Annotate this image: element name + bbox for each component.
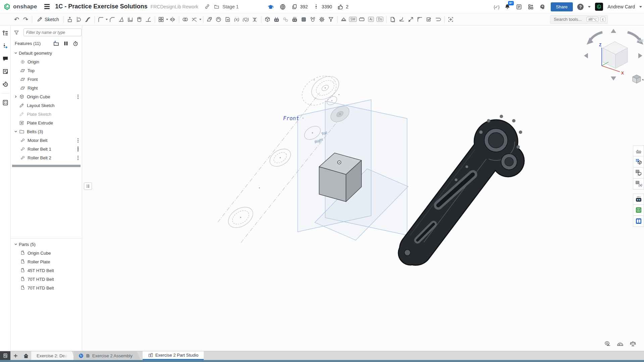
configuration-variables-icon[interactable]: (x) <box>633 178 644 190</box>
tree-item-default-geometry[interactable]: Default geometry <box>11 49 82 57</box>
code-check-icon[interactable]: {✓} <box>494 4 499 9</box>
part-item-70t-htd-belt-1[interactable]: 70T HTD Belt <box>11 275 82 283</box>
overflow-dots-icon[interactable] <box>78 147 79 152</box>
hamburger-menu-icon[interactable] <box>44 4 50 9</box>
help-caret-icon[interactable] <box>588 6 591 8</box>
frame-icon[interactable] <box>357 15 366 24</box>
bom-table-icon[interactable] <box>633 156 644 167</box>
boolean-icon[interactable] <box>181 15 190 24</box>
configurations-icon[interactable] <box>633 167 644 178</box>
tree-item-roller-belt-1[interactable]: Roller Belt 1 <box>11 145 82 153</box>
parts-header[interactable]: Parts (5) <box>11 240 82 249</box>
drawing-pages-icon[interactable] <box>388 15 397 24</box>
share-button[interactable]: Share <box>551 2 573 11</box>
view-cube[interactable]: Top Front Right Z X <box>580 26 643 84</box>
history-stopwatch-icon[interactable] <box>2 81 9 88</box>
viewcube-arrow-right[interactable] <box>638 53 642 58</box>
add-tab-button[interactable] <box>10 351 21 360</box>
draft-icon[interactable] <box>117 15 126 24</box>
stopwatch-icon[interactable] <box>72 41 79 47</box>
hole-icon[interactable] <box>135 15 144 24</box>
flatten-icon[interactable] <box>397 15 406 24</box>
tab-exercise-2-part-studio[interactable]: Exercise 2 Part Studio <box>143 351 204 360</box>
home-button[interactable] <box>21 351 31 360</box>
tree-item-origin-cube[interactable]: Origin Cube <box>11 92 82 101</box>
linked-document-icon[interactable] <box>281 15 290 24</box>
tree-item-belts-folder[interactable]: Belts (3) <box>11 127 82 136</box>
variable-studio-icon[interactable]: (Q) <box>241 15 250 24</box>
mirror-icon[interactable] <box>168 15 177 24</box>
likes-stat[interactable]: 2 <box>337 3 349 10</box>
view-options-button[interactable] <box>633 75 643 83</box>
tree-item-plate-sketch[interactable]: Plate Sketch <box>11 110 82 118</box>
part-item-origin-cube[interactable]: Origin Cube <box>11 249 82 257</box>
onshape-brand[interactable]: onshape <box>3 3 37 10</box>
split-panel-app-icon[interactable] <box>633 216 644 227</box>
release-notes-icon[interactable] <box>515 3 523 10</box>
custom-robot-2-icon[interactable] <box>290 15 299 24</box>
approve-icon[interactable] <box>425 15 434 24</box>
filter-input[interactable] <box>23 29 82 36</box>
search-tools-field[interactable]: alt/⌥ c <box>550 15 608 24</box>
model-viewport[interactable]: Front Right Top <box>83 25 644 351</box>
search-tools-input[interactable] <box>554 17 585 22</box>
finish-icon[interactable] <box>406 15 415 24</box>
learning-head-icon[interactable] <box>539 3 546 10</box>
linear-pattern-icon[interactable] <box>157 15 166 24</box>
solid-block-icon[interactable] <box>299 15 308 24</box>
primitive-cube-icon[interactable] <box>263 15 272 24</box>
part-item-70t-htd-belt-2[interactable]: 70T HTD Belt <box>11 283 82 292</box>
custom-robot-1-icon[interactable] <box>272 15 281 24</box>
chevron-down-icon[interactable] <box>13 129 18 134</box>
viewcube-arrow-up[interactable] <box>611 29 616 33</box>
overflow-dots-icon[interactable] <box>78 95 79 99</box>
pattern-caret-icon[interactable] <box>166 19 168 20</box>
viewcube-arrow-left[interactable] <box>584 53 588 58</box>
globe-icon[interactable] <box>279 3 286 10</box>
revolve-icon[interactable] <box>75 15 84 24</box>
ai-tool-icon[interactable]: Ai <box>366 15 376 24</box>
folder-plus-icon[interactable] <box>53 40 59 47</box>
sheet-metal-icon[interactable]: SM <box>348 15 357 24</box>
tree-item-layout-sketch[interactable]: Layout Sketch <box>11 101 82 110</box>
fillet-icon[interactable] <box>96 15 105 24</box>
origin-marker[interactable] <box>338 161 341 164</box>
chevron-right-icon[interactable] <box>13 94 18 99</box>
avatar[interactable] <box>595 3 603 11</box>
shell-icon[interactable] <box>126 15 135 24</box>
wedge-icon[interactable] <box>339 15 348 24</box>
gear-feature-icon[interactable] <box>317 15 327 24</box>
document-title[interactable]: 1C - Practice Exercise Solutions <box>55 3 147 10</box>
split-caret-icon[interactable] <box>199 19 201 20</box>
user-name[interactable]: Andrew Card <box>607 4 635 9</box>
part-item-roller-plate[interactable]: Roller Plate <box>11 257 82 266</box>
help-icon[interactable]: ? <box>577 4 584 10</box>
tape-measure-icon[interactable] <box>604 340 611 348</box>
protractor-icon[interactable] <box>616 340 624 348</box>
handbook-app-icon[interactable] <box>633 205 644 216</box>
sketch-button[interactable]: Sketch <box>34 15 62 24</box>
tab-exercise-2-design[interactable]: Exercise 2: Dea <box>31 351 76 360</box>
feature-list-flyout-button[interactable] <box>84 183 92 190</box>
overflow-dots-icon[interactable] <box>78 156 79 160</box>
viewcube-arrow-down[interactable] <box>611 76 616 81</box>
tree-item-plate-extrude[interactable]: Plate Extrude <box>11 118 82 127</box>
notes-icon[interactable] <box>2 68 9 75</box>
link-icon[interactable] <box>204 3 211 10</box>
apps-grid-icon[interactable] <box>527 3 535 10</box>
feature-tree-hscrollbar[interactable] <box>12 165 81 167</box>
part-item-45t-htd-belt[interactable]: 45T HTD Belt <box>11 266 82 275</box>
import-curve-icon[interactable] <box>223 15 232 24</box>
document-location[interactable]: Stage 1 <box>204 3 239 10</box>
checklist-icon[interactable] <box>2 99 9 106</box>
tree-item-top-plane[interactable]: Top <box>11 66 82 75</box>
feature-list-icon[interactable] <box>2 30 9 37</box>
comments-icon[interactable] <box>2 55 9 62</box>
bend-icon[interactable] <box>434 15 443 24</box>
tree-item-right-plane[interactable]: Right <box>11 84 82 92</box>
insert-points-icon[interactable] <box>2 42 9 50</box>
chamfer-icon[interactable] <box>108 15 117 24</box>
ds-tool-icon[interactable]: Ds <box>376 15 385 24</box>
tree-item-motor-belt[interactable]: Motor Belt <box>11 136 82 145</box>
filter-funnel-icon[interactable] <box>13 30 19 36</box>
